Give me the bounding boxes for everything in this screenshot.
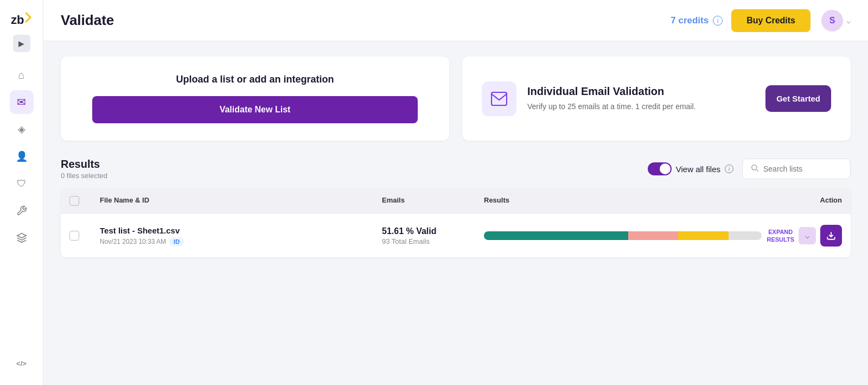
page-title: Validate (61, 12, 671, 29)
row-file-info: Test list - Sheet1.csv Nov/21 2023 10:33… (100, 226, 378, 246)
header-filename: File Name & ID (100, 196, 378, 206)
search-wrap (742, 159, 851, 179)
sidebar: zb ▶ ⌂ ✉ ◈ 👤 🛡 </> (0, 0, 43, 385)
individual-card-title: Individual Email Validation (527, 85, 755, 98)
individual-email-card: Individual Email Validation Verify up to… (462, 56, 851, 141)
header-checkbox-col (69, 196, 95, 206)
svg-text:zb: zb (11, 13, 24, 27)
file-id-badge[interactable]: ID (169, 237, 184, 246)
results-title: Results (61, 158, 648, 171)
svg-point-3 (752, 165, 757, 170)
progress-bar (484, 231, 762, 240)
svg-marker-1 (17, 233, 26, 238)
results-controls: View all files i (648, 159, 851, 179)
file-name: Test list - Sheet1.csv (100, 226, 378, 235)
sidebar-item-users[interactable]: 👤 (10, 144, 34, 168)
individual-card-desc: Verify up to 25 emails at a time. 1 cred… (527, 101, 755, 112)
main-content: Validate 7 credits i Buy Credits S ⌵ Upl… (43, 0, 868, 385)
credits-section: 7 credits i (671, 15, 723, 26)
row-actions: EXPANDRESULTS ⌵ (766, 225, 842, 247)
progress-catchall (678, 231, 728, 240)
header-emails: Emails (382, 196, 480, 206)
download-button[interactable] (820, 225, 842, 247)
header: Validate 7 credits i Buy Credits S ⌵ (43, 0, 868, 41)
upload-card: Upload a list or add an integration Vali… (61, 56, 449, 141)
search-icon (750, 163, 759, 174)
row-results (484, 231, 762, 240)
header-results: Results (484, 196, 762, 206)
credits-amount: 7 credits (671, 15, 709, 26)
get-started-button[interactable]: Get Started (765, 85, 831, 112)
email-icon (482, 81, 516, 116)
logo: zb (10, 7, 34, 30)
table-header: File Name & ID Emails Results Action (61, 188, 851, 213)
select-all-checkbox[interactable] (69, 196, 79, 206)
results-table: File Name & ID Emails Results Action Tes… (61, 188, 851, 257)
progress-invalid (628, 231, 678, 240)
results-subtitle: 0 files selected (61, 172, 648, 180)
results-title-wrap: Results 0 files selected (61, 158, 648, 180)
view-files-label: View all files (676, 165, 720, 174)
table-row: Test list - Sheet1.csv Nov/21 2023 10:33… (61, 213, 851, 257)
view-files-info-icon[interactable]: i (725, 165, 733, 173)
svg-rect-2 (492, 92, 507, 105)
row-chevron-button[interactable]: ⌵ (799, 227, 816, 244)
email-valid-pct: 51.61 % Valid (382, 226, 480, 236)
sidebar-item-discount[interactable]: ◈ (10, 117, 34, 141)
progress-valid (484, 231, 628, 240)
row-checkbox-col (69, 231, 95, 241)
row-emails: 51.61 % Valid 93 Total Emails (382, 226, 480, 245)
buy-credits-button[interactable]: Buy Credits (731, 9, 810, 32)
sidebar-item-home[interactable]: ⌂ (10, 63, 34, 87)
validate-new-list-button[interactable]: Validate New List (92, 96, 418, 123)
view-files-toggle[interactable] (648, 162, 672, 175)
sidebar-item-tools[interactable] (10, 199, 34, 223)
user-avatar[interactable]: S (821, 10, 843, 31)
email-total: 93 Total Emails (382, 237, 480, 245)
file-date: Nov/21 2023 10:33 AM ID (100, 237, 378, 246)
row-checkbox[interactable] (69, 231, 79, 241)
individual-card-body: Individual Email Validation Verify up to… (527, 85, 755, 112)
sidebar-item-layers[interactable] (10, 226, 34, 250)
toggle-knob (660, 163, 671, 174)
view-toggle-wrap: View all files i (648, 162, 733, 175)
sidebar-item-validate[interactable]: ✉ (10, 90, 34, 114)
search-input[interactable] (763, 165, 834, 173)
upload-card-title: Upload a list or add an integration (176, 74, 334, 85)
credits-info-icon[interactable]: i (713, 16, 723, 26)
sidebar-item-shield[interactable]: 🛡 (10, 172, 34, 195)
expand-results-button[interactable]: EXPANDRESULTS (767, 228, 794, 244)
results-header: Results 0 files selected View all files … (61, 158, 851, 180)
progress-unknown (729, 231, 762, 240)
user-menu-chevron[interactable]: ⌵ (846, 16, 851, 25)
header-action: Action (766, 196, 842, 206)
top-cards: Upload a list or add an integration Vali… (61, 56, 851, 141)
svg-line-4 (756, 169, 758, 172)
sidebar-toggle[interactable]: ▶ (13, 35, 30, 52)
content-area: Upload a list or add an integration Vali… (43, 41, 868, 385)
sidebar-item-code[interactable]: </> (10, 351, 34, 375)
